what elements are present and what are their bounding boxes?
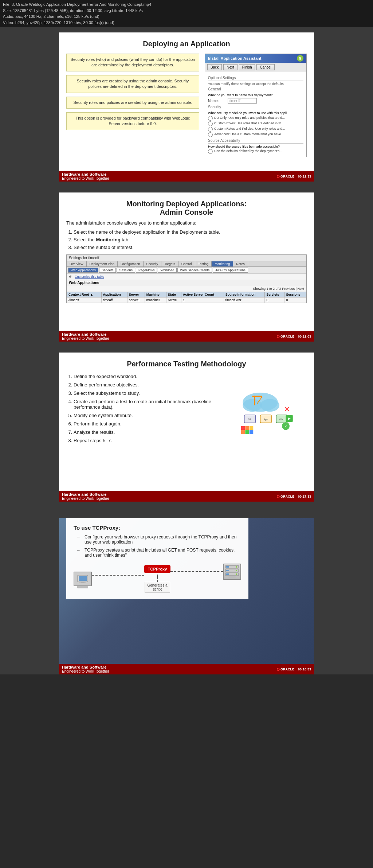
gap-1 bbox=[0, 182, 373, 187]
wizard-security-label: Security bbox=[208, 105, 303, 110]
section-deploy: Deploying an Application Security roles … bbox=[0, 27, 373, 182]
slide3-container: Performance Testing Methodology Define t… bbox=[59, 353, 314, 491]
wizard-back-button[interactable]: Back bbox=[207, 64, 222, 70]
svg-text:DB: DB bbox=[248, 418, 252, 421]
subtab-workload[interactable]: Workload bbox=[158, 268, 177, 273]
slide2-intro: The administration console allows you to… bbox=[66, 220, 307, 226]
subtab-pageflows[interactable]: PageFlows bbox=[136, 268, 157, 273]
svg-rect-37 bbox=[228, 576, 236, 578]
svg-rect-36 bbox=[236, 573, 237, 575]
slide4-list: Configure your web browser to proxy requ… bbox=[77, 534, 241, 558]
timestamp-3: 00:17:33 bbox=[298, 495, 311, 498]
console-frame: Settings for timeoff Overview Deployment… bbox=[66, 254, 307, 303]
timestamp-2: 00:11:03 bbox=[298, 335, 311, 338]
subtab-servlets[interactable]: Servlets bbox=[99, 268, 116, 273]
customize-link[interactable]: Customize this table bbox=[75, 275, 104, 279]
tab-overview[interactable]: Overview bbox=[67, 261, 87, 266]
brand-together-2: Engineered to Work Together bbox=[62, 336, 109, 340]
tab-targets[interactable]: Targets bbox=[161, 261, 178, 266]
brand-1: Hardware and Software Engineered to Work… bbox=[62, 172, 109, 180]
svg-text:Web: Web bbox=[279, 418, 284, 421]
tab-monitoring[interactable]: Monitoring bbox=[212, 261, 233, 266]
oracle-logo-2: O ORACLE 00:11:03 bbox=[276, 334, 311, 339]
brand-4: Hardware and Software Engineered to Work… bbox=[62, 665, 109, 673]
brand-hw-1: Hardware and Software bbox=[62, 172, 109, 176]
tcp-proxy-box: TCPProxy bbox=[144, 565, 171, 573]
wizard-body: Optional Settings You can modify these s… bbox=[205, 72, 306, 157]
svg-text:App: App bbox=[263, 418, 268, 421]
tab-control[interactable]: Control bbox=[178, 261, 195, 266]
slide1-right-col: Install Application Assistant 9 Back Nex… bbox=[205, 54, 307, 157]
yellow-box-3: Security roles and policies are created … bbox=[66, 97, 199, 109]
svg-text:✕: ✕ bbox=[284, 406, 290, 413]
col-sessions: Sessions bbox=[284, 292, 306, 297]
timestamp-4: 00:18:53 bbox=[298, 667, 311, 671]
brand-together-1: Engineered to Work Together bbox=[62, 176, 109, 180]
slide3-content: Define the expected workload. Define per… bbox=[66, 374, 307, 446]
perf-step-5: Modify one system attribute. bbox=[74, 413, 219, 418]
perf-step-3: Select the subsystems to study. bbox=[74, 390, 219, 396]
slide3-body: Performance Testing Methodology Define t… bbox=[59, 353, 314, 491]
wizard-finish-button[interactable]: Finish bbox=[239, 64, 255, 70]
col-context-root: Context Root ▲ bbox=[67, 292, 102, 297]
perf-step-7: Analyze the results. bbox=[74, 429, 219, 435]
file-info-line3: Audio: aac, 44100 Hz, 2 channels, s16, 1… bbox=[3, 13, 370, 20]
brand-hw-3: Hardware and Software bbox=[62, 492, 109, 497]
brand-hw-4: Hardware and Software bbox=[62, 665, 109, 669]
tcp-bullet-1: Configure your web browser to proxy requ… bbox=[77, 534, 241, 545]
perf-step-8: Repeat steps 5–7. bbox=[74, 438, 219, 443]
slide2-body: Monitoring Deployed Applications:Admin C… bbox=[59, 192, 314, 331]
yellow-box-2: Security roles are created by using the … bbox=[66, 75, 199, 93]
subtab-web-applications[interactable]: Web Applications bbox=[68, 268, 98, 273]
wizard-radio-3: Custom Roles and Policies: Use only role… bbox=[208, 127, 303, 132]
slide2-title: Monitoring Deployed Applications:Admin C… bbox=[66, 200, 307, 217]
section-performance: Performance Testing Methodology Define t… bbox=[0, 347, 373, 502]
slide3-title: Performance Testing Methodology bbox=[66, 360, 307, 368]
svg-rect-15 bbox=[241, 430, 245, 434]
wizard-circle: 9 bbox=[297, 55, 303, 62]
file-info-line1: File: 3. Oracle Weblogic Application Dep… bbox=[3, 1, 370, 8]
section-monitor: Monitoring Deployed Applications:Admin C… bbox=[0, 187, 373, 342]
perf-step-2: Define performance objectives. bbox=[74, 382, 219, 388]
console-table: Context Root ▲ Application Server Machin… bbox=[67, 292, 306, 303]
yellow-box-1: Security roles (who) and policies (what … bbox=[66, 54, 199, 71]
subtab-ws-clients[interactable]: Web Service Clients bbox=[177, 268, 212, 273]
col-application: Application bbox=[101, 292, 127, 297]
svg-rect-29 bbox=[226, 566, 229, 568]
slide2-container: Monitoring Deployed Applications:Admin C… bbox=[59, 192, 314, 331]
wizard-name-row: Name: bbox=[208, 98, 303, 104]
tab-notes[interactable]: Notes bbox=[233, 261, 248, 266]
tab-deployment-plan[interactable]: Deployment Plan bbox=[87, 261, 118, 266]
down-arrow-line bbox=[157, 575, 158, 582]
oracle-logo-3: O ORACLE 00:17:33 bbox=[276, 494, 311, 499]
wizard-name-input[interactable] bbox=[228, 98, 257, 104]
wizard-cancel-button[interactable]: Cancel bbox=[256, 64, 274, 70]
subtab-sessions[interactable]: Sessions bbox=[117, 268, 135, 273]
step-2: Select the Monitoring tab. bbox=[74, 237, 307, 242]
svg-point-2 bbox=[260, 399, 280, 412]
slide3-graphic: DB App Web bbox=[227, 374, 307, 446]
wizard-general-label: General bbox=[208, 87, 303, 92]
slide1-left-col: Security roles (who) and policies (what … bbox=[66, 54, 199, 157]
svg-rect-35 bbox=[226, 573, 229, 575]
refresh-icon[interactable]: ↺ bbox=[69, 275, 72, 279]
wizard-next-button[interactable]: Next bbox=[223, 64, 237, 70]
file-info-line4: Video: h264, yuv420p, 1280x720, 1310 kb/… bbox=[3, 20, 370, 26]
table-row: /timeoff timeoff server1 machine1 Active… bbox=[67, 297, 306, 303]
slide4-content-box: To use TCPProxy: Configure your web brow… bbox=[66, 518, 248, 599]
tab-configuration[interactable]: Configuration bbox=[118, 261, 144, 266]
timestamp-1: 00:11:33 bbox=[298, 175, 311, 178]
slide1-content: Security roles (who) and policies (what … bbox=[66, 54, 307, 157]
slide1-title: Deploying an Application bbox=[66, 40, 307, 48]
brand-2: Hardware and Software Engineered to Work… bbox=[62, 332, 109, 340]
console-header: Settings for timeoff bbox=[67, 255, 306, 261]
console-tabs[interactable]: Overview Deployment Plan Configuration S… bbox=[67, 261, 306, 267]
perf-step-6: Perform the test again. bbox=[74, 421, 219, 427]
footer-bar-1: Hardware and Software Engineered to Work… bbox=[59, 171, 314, 182]
step-1: Select the name of the deployed applicat… bbox=[74, 229, 307, 235]
brand-together-3: Engineered to Work Together bbox=[62, 497, 109, 501]
subtab-jaxrs[interactable]: JAX-RS Applications bbox=[213, 268, 248, 273]
tab-security[interactable]: Security bbox=[144, 261, 162, 266]
console-pagination: Showing 1 to 2 of 2 Previous | Next bbox=[67, 286, 306, 292]
tab-testing[interactable]: Testing bbox=[195, 261, 212, 266]
